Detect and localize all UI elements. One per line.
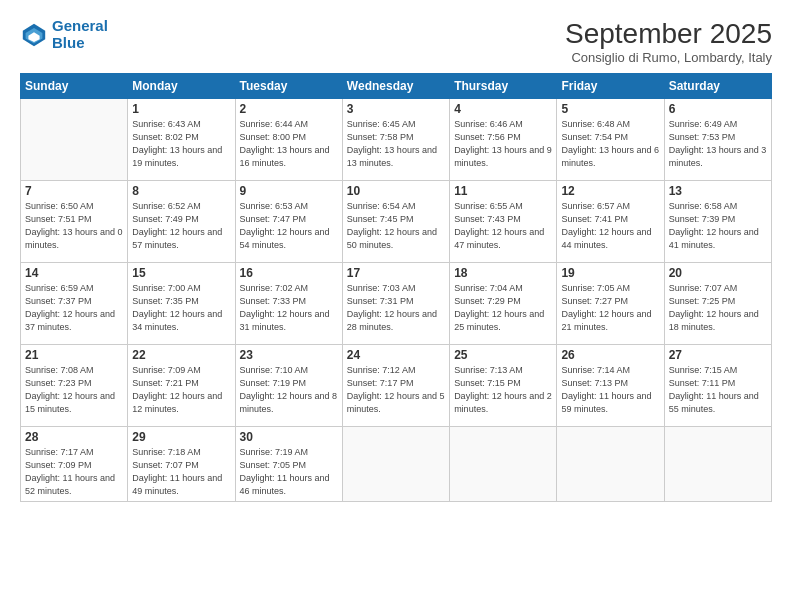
day-info: Sunrise: 7:00 AMSunset: 7:35 PMDaylight:… xyxy=(132,282,230,334)
day-info: Sunrise: 7:12 AMSunset: 7:17 PMDaylight:… xyxy=(347,364,445,416)
day-number: 30 xyxy=(240,430,338,444)
day-number: 20 xyxy=(669,266,767,280)
logo-text: General Blue xyxy=(52,18,108,51)
table-row: 20 Sunrise: 7:07 AMSunset: 7:25 PMDaylig… xyxy=(664,263,771,345)
table-row: 18 Sunrise: 7:04 AMSunset: 7:29 PMDaylig… xyxy=(450,263,557,345)
day-number: 19 xyxy=(561,266,659,280)
table-row: 4 Sunrise: 6:46 AMSunset: 7:56 PMDayligh… xyxy=(450,99,557,181)
table-row: 16 Sunrise: 7:02 AMSunset: 7:33 PMDaylig… xyxy=(235,263,342,345)
day-number: 10 xyxy=(347,184,445,198)
day-info: Sunrise: 7:03 AMSunset: 7:31 PMDaylight:… xyxy=(347,282,445,334)
day-number: 24 xyxy=(347,348,445,362)
day-info: Sunrise: 7:17 AMSunset: 7:09 PMDaylight:… xyxy=(25,446,123,498)
day-info: Sunrise: 7:18 AMSunset: 7:07 PMDaylight:… xyxy=(132,446,230,498)
table-row: 10 Sunrise: 6:54 AMSunset: 7:45 PMDaylig… xyxy=(342,181,449,263)
day-number: 3 xyxy=(347,102,445,116)
col-monday: Monday xyxy=(128,74,235,99)
day-info: Sunrise: 6:45 AMSunset: 7:58 PMDaylight:… xyxy=(347,118,445,170)
day-number: 1 xyxy=(132,102,230,116)
day-info: Sunrise: 6:59 AMSunset: 7:37 PMDaylight:… xyxy=(25,282,123,334)
title-block: September 2025 Consiglio di Rumo, Lombar… xyxy=(565,18,772,65)
day-info: Sunrise: 7:15 AMSunset: 7:11 PMDaylight:… xyxy=(669,364,767,416)
table-row: 8 Sunrise: 6:52 AMSunset: 7:49 PMDayligh… xyxy=(128,181,235,263)
table-row: 1 Sunrise: 6:43 AMSunset: 8:02 PMDayligh… xyxy=(128,99,235,181)
day-info: Sunrise: 7:14 AMSunset: 7:13 PMDaylight:… xyxy=(561,364,659,416)
logo: General Blue xyxy=(20,18,108,51)
month-title: September 2025 xyxy=(565,18,772,50)
day-number: 16 xyxy=(240,266,338,280)
table-row: 15 Sunrise: 7:00 AMSunset: 7:35 PMDaylig… xyxy=(128,263,235,345)
table-row: 27 Sunrise: 7:15 AMSunset: 7:11 PMDaylig… xyxy=(664,345,771,427)
table-row: 5 Sunrise: 6:48 AMSunset: 7:54 PMDayligh… xyxy=(557,99,664,181)
day-number: 6 xyxy=(669,102,767,116)
day-info: Sunrise: 6:49 AMSunset: 7:53 PMDaylight:… xyxy=(669,118,767,170)
day-number: 15 xyxy=(132,266,230,280)
day-number: 22 xyxy=(132,348,230,362)
col-tuesday: Tuesday xyxy=(235,74,342,99)
table-row: 22 Sunrise: 7:09 AMSunset: 7:21 PMDaylig… xyxy=(128,345,235,427)
table-row: 25 Sunrise: 7:13 AMSunset: 7:15 PMDaylig… xyxy=(450,345,557,427)
col-thursday: Thursday xyxy=(450,74,557,99)
day-number: 26 xyxy=(561,348,659,362)
day-info: Sunrise: 7:04 AMSunset: 7:29 PMDaylight:… xyxy=(454,282,552,334)
table-row: 26 Sunrise: 7:14 AMSunset: 7:13 PMDaylig… xyxy=(557,345,664,427)
day-number: 29 xyxy=(132,430,230,444)
table-row xyxy=(557,427,664,502)
day-info: Sunrise: 6:48 AMSunset: 7:54 PMDaylight:… xyxy=(561,118,659,170)
day-info: Sunrise: 7:02 AMSunset: 7:33 PMDaylight:… xyxy=(240,282,338,334)
table-row: 12 Sunrise: 6:57 AMSunset: 7:41 PMDaylig… xyxy=(557,181,664,263)
day-number: 23 xyxy=(240,348,338,362)
day-info: Sunrise: 6:52 AMSunset: 7:49 PMDaylight:… xyxy=(132,200,230,252)
day-info: Sunrise: 6:44 AMSunset: 8:00 PMDaylight:… xyxy=(240,118,338,170)
day-number: 21 xyxy=(25,348,123,362)
table-row: 17 Sunrise: 7:03 AMSunset: 7:31 PMDaylig… xyxy=(342,263,449,345)
day-number: 4 xyxy=(454,102,552,116)
table-row: 11 Sunrise: 6:55 AMSunset: 7:43 PMDaylig… xyxy=(450,181,557,263)
table-row xyxy=(664,427,771,502)
day-number: 5 xyxy=(561,102,659,116)
day-info: Sunrise: 7:13 AMSunset: 7:15 PMDaylight:… xyxy=(454,364,552,416)
day-number: 8 xyxy=(132,184,230,198)
day-info: Sunrise: 6:43 AMSunset: 8:02 PMDaylight:… xyxy=(132,118,230,170)
table-row: 9 Sunrise: 6:53 AMSunset: 7:47 PMDayligh… xyxy=(235,181,342,263)
table-row: 19 Sunrise: 7:05 AMSunset: 7:27 PMDaylig… xyxy=(557,263,664,345)
day-number: 13 xyxy=(669,184,767,198)
table-row: 23 Sunrise: 7:10 AMSunset: 7:19 PMDaylig… xyxy=(235,345,342,427)
day-info: Sunrise: 7:10 AMSunset: 7:19 PMDaylight:… xyxy=(240,364,338,416)
day-number: 14 xyxy=(25,266,123,280)
day-number: 2 xyxy=(240,102,338,116)
header-row: Sunday Monday Tuesday Wednesday Thursday… xyxy=(21,74,772,99)
day-info: Sunrise: 6:53 AMSunset: 7:47 PMDaylight:… xyxy=(240,200,338,252)
col-sunday: Sunday xyxy=(21,74,128,99)
day-info: Sunrise: 7:19 AMSunset: 7:05 PMDaylight:… xyxy=(240,446,338,498)
table-row: 21 Sunrise: 7:08 AMSunset: 7:23 PMDaylig… xyxy=(21,345,128,427)
col-friday: Friday xyxy=(557,74,664,99)
page: General Blue September 2025 Consiglio di… xyxy=(0,0,792,612)
day-info: Sunrise: 6:54 AMSunset: 7:45 PMDaylight:… xyxy=(347,200,445,252)
col-saturday: Saturday xyxy=(664,74,771,99)
day-info: Sunrise: 7:05 AMSunset: 7:27 PMDaylight:… xyxy=(561,282,659,334)
table-row: 14 Sunrise: 6:59 AMSunset: 7:37 PMDaylig… xyxy=(21,263,128,345)
day-number: 7 xyxy=(25,184,123,198)
day-info: Sunrise: 6:57 AMSunset: 7:41 PMDaylight:… xyxy=(561,200,659,252)
table-row: 7 Sunrise: 6:50 AMSunset: 7:51 PMDayligh… xyxy=(21,181,128,263)
header: General Blue September 2025 Consiglio di… xyxy=(20,18,772,65)
table-row: 30 Sunrise: 7:19 AMSunset: 7:05 PMDaylig… xyxy=(235,427,342,502)
col-wednesday: Wednesday xyxy=(342,74,449,99)
table-row xyxy=(342,427,449,502)
table-row: 2 Sunrise: 6:44 AMSunset: 8:00 PMDayligh… xyxy=(235,99,342,181)
day-info: Sunrise: 6:58 AMSunset: 7:39 PMDaylight:… xyxy=(669,200,767,252)
day-info: Sunrise: 6:50 AMSunset: 7:51 PMDaylight:… xyxy=(25,200,123,252)
table-row: 29 Sunrise: 7:18 AMSunset: 7:07 PMDaylig… xyxy=(128,427,235,502)
table-row xyxy=(450,427,557,502)
day-number: 11 xyxy=(454,184,552,198)
day-number: 9 xyxy=(240,184,338,198)
day-number: 27 xyxy=(669,348,767,362)
day-number: 25 xyxy=(454,348,552,362)
day-number: 18 xyxy=(454,266,552,280)
location-subtitle: Consiglio di Rumo, Lombardy, Italy xyxy=(565,50,772,65)
table-row: 24 Sunrise: 7:12 AMSunset: 7:17 PMDaylig… xyxy=(342,345,449,427)
table-row: 28 Sunrise: 7:17 AMSunset: 7:09 PMDaylig… xyxy=(21,427,128,502)
table-row: 6 Sunrise: 6:49 AMSunset: 7:53 PMDayligh… xyxy=(664,99,771,181)
day-number: 17 xyxy=(347,266,445,280)
